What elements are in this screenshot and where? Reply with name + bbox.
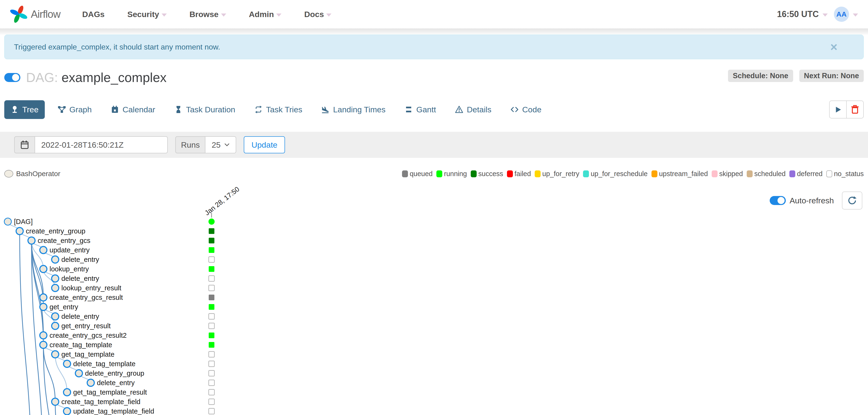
task-label[interactable]: create_entry_gcs_result2	[50, 332, 127, 339]
dag-pause-toggle[interactable]	[4, 73, 20, 82]
task-node-circle[interactable]	[40, 332, 47, 339]
task-status-square-queued[interactable]	[209, 295, 214, 300]
task-status-square-success[interactable]	[209, 238, 214, 243]
tree-node-get_entry[interactable]: get_entry	[40, 303, 214, 311]
task-node-circle[interactable]	[75, 370, 83, 377]
tree-node-delete_entry[interactable]: delete_entry	[52, 256, 214, 263]
task-label[interactable]: create_tag_template_field	[61, 398, 141, 406]
task-label[interactable]: create_tag_template	[50, 341, 112, 349]
task-status-square-no_status[interactable]	[209, 380, 214, 386]
task-label[interactable]: update_entry	[50, 246, 90, 254]
tree-node-lookup_entry_result[interactable]: lookup_entry_result	[52, 284, 214, 292]
tree-node-delete_entry[interactable]: delete_entry	[52, 313, 214, 320]
task-node-circle[interactable]	[40, 265, 47, 272]
task-label[interactable]: delete_entry	[61, 256, 99, 263]
task-node-circle[interactable]	[52, 322, 59, 329]
tree-node-get_tag_template_result[interactable]: get_tag_template_result	[63, 388, 214, 396]
task-status-square-no_status[interactable]	[209, 257, 214, 262]
nav-item-admin[interactable]: Admin	[249, 10, 282, 19]
task-status-square-no_status[interactable]	[209, 285, 214, 291]
close-icon[interactable]: ×	[830, 42, 837, 52]
tree-node-create_entry_gcs_result[interactable]: create_entry_gcs_result	[40, 294, 214, 301]
task-status-square-running[interactable]	[209, 266, 214, 272]
tree-node-create_entry_group[interactable]: create_entry_group	[16, 227, 214, 235]
task-node-circle[interactable]	[52, 351, 59, 358]
task-label[interactable]: get_entry_result	[61, 322, 111, 330]
task-node-circle[interactable]	[87, 379, 94, 386]
base-date-input[interactable]	[35, 136, 168, 153]
task-label[interactable]: delete_entry	[61, 313, 99, 320]
run-status-circle-running[interactable]	[209, 218, 215, 225]
task-label[interactable]: delete_entry_group	[85, 369, 144, 377]
trigger-dag-button[interactable]	[829, 100, 847, 119]
task-node-circle[interactable]	[52, 275, 59, 282]
task-label[interactable]: lookup_entry	[50, 265, 89, 273]
tree-node-create_entry_gcs_result2[interactable]: create_entry_gcs_result2	[40, 332, 214, 339]
tab-landing-times[interactable]: Landing Times	[315, 100, 392, 119]
task-status-square-no_status[interactable]	[209, 389, 214, 395]
tab-task-duration[interactable]: Task Duration	[168, 100, 241, 119]
task-status-square-no_status[interactable]	[209, 352, 214, 357]
task-label[interactable]: [DAG]	[14, 218, 33, 226]
delete-dag-button[interactable]	[846, 100, 864, 119]
task-node-circle[interactable]	[63, 360, 71, 367]
task-label[interactable]: delete_entry	[61, 275, 99, 282]
tree-node-create_entry_gcs[interactable]: create_entry_gcs	[28, 237, 214, 244]
task-node-circle[interactable]	[52, 313, 59, 320]
utc-clock-dropdown[interactable]: 16:50 UTC	[777, 9, 828, 19]
task-node-circle[interactable]	[16, 228, 23, 235]
tree-node-update_entry[interactable]: update_entry	[40, 246, 214, 254]
tab-code[interactable]: Code	[504, 100, 548, 119]
tree-node-update_tag_template_field[interactable]: update_tag_template_field	[63, 408, 214, 415]
task-status-square-no_status[interactable]	[209, 370, 214, 376]
task-status-square-no_status[interactable]	[209, 408, 214, 414]
task-node-circle[interactable]	[4, 218, 11, 225]
update-button[interactable]: Update	[244, 136, 285, 153]
tab-gantt[interactable]: Gantt	[398, 100, 442, 119]
task-status-square-no_status[interactable]	[209, 361, 214, 367]
nav-item-docs[interactable]: Docs	[304, 10, 332, 19]
user-menu[interactable]: AA	[834, 7, 858, 22]
tree-node-delete_tag_template[interactable]: delete_tag_template	[63, 360, 214, 367]
task-label[interactable]: create_entry_gcs	[38, 237, 90, 244]
task-label[interactable]: create_entry_group	[26, 227, 86, 235]
task-status-square-no_status[interactable]	[209, 399, 214, 405]
num-runs-select[interactable]: 25	[206, 136, 236, 153]
nav-item-dags[interactable]: DAGs	[82, 10, 104, 19]
task-label[interactable]: delete_entry	[97, 379, 135, 387]
tab-details[interactable]: Details	[449, 100, 497, 119]
task-status-square-running[interactable]	[209, 247, 214, 253]
task-status-square-success[interactable]	[209, 228, 214, 234]
nav-item-browse[interactable]: Browse	[189, 10, 226, 19]
task-label[interactable]: lookup_entry_result	[61, 284, 121, 292]
task-node-circle[interactable]	[40, 294, 47, 301]
tab-graph[interactable]: Graph	[52, 100, 98, 119]
nav-item-security[interactable]: Security	[127, 10, 167, 19]
tree-node-create_tag_template[interactable]: create_tag_template	[40, 341, 214, 349]
tree-node-delete_entry[interactable]: delete_entry	[52, 275, 214, 282]
auto-refresh-toggle[interactable]	[770, 196, 786, 205]
task-label[interactable]: delete_tag_template	[73, 360, 135, 367]
tree-node-get_tag_template[interactable]: get_tag_template	[52, 351, 214, 358]
task-node-circle[interactable]	[52, 256, 59, 263]
task-status-square-no_status[interactable]	[209, 314, 214, 319]
tab-task-tries[interactable]: Task Tries	[248, 100, 308, 119]
refresh-button[interactable]	[842, 191, 862, 209]
tree-node-delete_entry[interactable]: delete_entry	[87, 379, 214, 387]
tree-node-delete_entry_group[interactable]: delete_entry_group	[75, 369, 214, 377]
task-node-circle[interactable]	[63, 408, 71, 415]
task-node-circle[interactable]	[52, 285, 59, 292]
task-status-square-running[interactable]	[209, 342, 214, 348]
task-node-circle[interactable]	[52, 398, 59, 405]
task-node-circle[interactable]	[63, 389, 71, 396]
tab-tree[interactable]: Tree	[4, 100, 45, 119]
airflow-brand[interactable]: Airflow	[10, 5, 60, 23]
task-label[interactable]: get_tag_template	[61, 351, 115, 358]
task-node-circle[interactable]	[28, 237, 35, 244]
task-status-square-no_status[interactable]	[209, 276, 214, 281]
task-status-square-running[interactable]	[209, 332, 214, 338]
tree-node-get_entry_result[interactable]: get_entry_result	[52, 322, 214, 330]
task-label[interactable]: get_entry	[50, 303, 78, 311]
task-node-circle[interactable]	[40, 246, 47, 254]
task-node-circle[interactable]	[40, 303, 47, 310]
